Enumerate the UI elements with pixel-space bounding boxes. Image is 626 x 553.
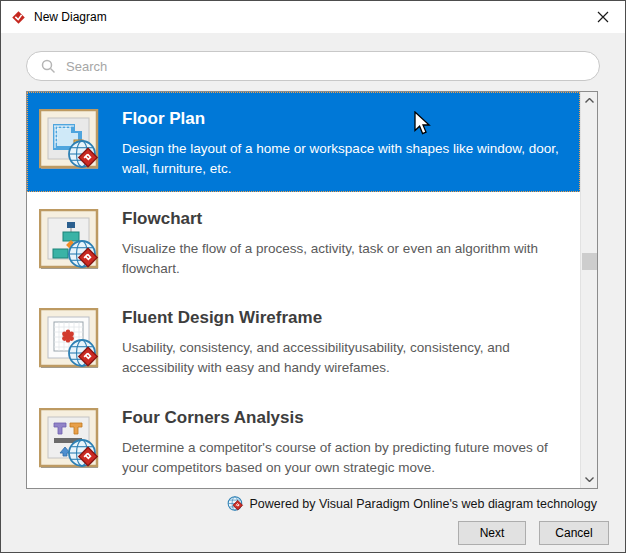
close-icon [597,11,609,23]
cancel-button[interactable]: Cancel [539,521,609,545]
item-description: Visualize the flow of a process, activit… [122,239,572,279]
floor-plan-icon [39,109,103,173]
window-title: New Diagram [34,10,107,24]
search-box[interactable] [26,51,600,81]
item-title: Four Corners Analysis [122,407,572,429]
close-button[interactable] [580,1,625,32]
item-description: Determine a competitor's course of actio… [122,438,572,478]
chevron-up-icon [585,98,594,103]
title-bar: New Diagram [1,1,625,33]
item-title: Fluent Design Wireframe [122,307,572,329]
item-title: Flowchart [122,208,572,230]
item-description: Usability, consistency, and accessibilit… [122,338,572,378]
list-item-four-corners-analysis[interactable]: Four Corners Analysis Determine a compet… [27,391,580,490]
new-diagram-dialog: New Diagram [0,0,626,553]
powered-by-text: Powered by Visual Paradigm Online's web … [250,497,598,511]
four-corners-analysis-icon [39,408,103,472]
vertical-scrollbar[interactable] [580,92,597,488]
item-title: Floor Plan [122,108,572,130]
search-input[interactable] [64,58,599,75]
visual-paradigm-logo-icon [11,10,26,25]
search-icon [41,59,56,74]
scrollbar-thumb[interactable] [582,253,597,270]
diagram-type-list: Floor Plan Design the layout of a home o… [26,91,598,489]
fluent-design-wireframe-icon [39,308,103,372]
scroll-up-button[interactable] [581,92,598,109]
chevron-down-icon [585,477,594,482]
flowchart-icon [39,209,103,273]
list-item-floor-plan[interactable]: Floor Plan Design the layout of a home o… [27,92,580,192]
powered-by-note: Powered by Visual Paradigm Online's web … [227,495,598,512]
next-button[interactable]: Next [458,521,526,545]
item-description: Design the layout of a home or workspace… [122,139,572,179]
scroll-down-button[interactable] [581,471,598,488]
list-item-flowchart[interactable]: Flowchart Visualize the flow of a proces… [27,192,580,292]
list-item-fluent-design-wireframe[interactable]: Fluent Design Wireframe Usability, consi… [27,291,580,391]
visual-paradigm-online-globe-icon [227,495,244,512]
